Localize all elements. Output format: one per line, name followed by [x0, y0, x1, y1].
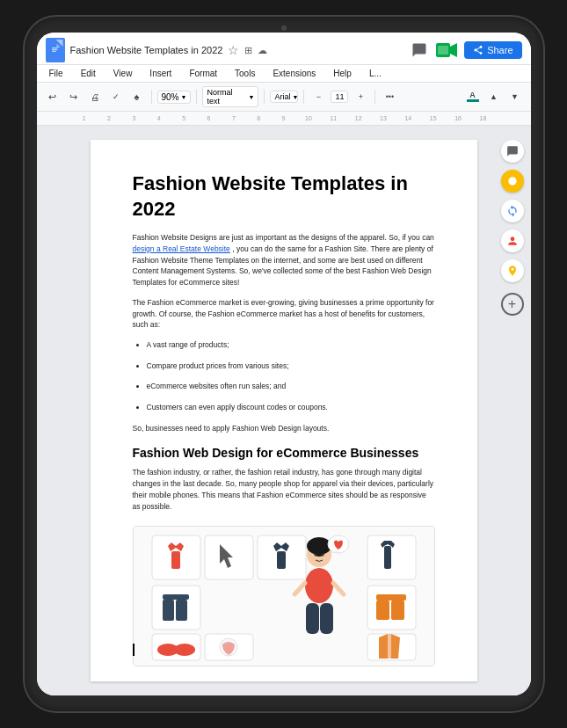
section-2-title: Fashion Web Design for eCommerce Busines… — [133, 446, 435, 460]
menu-view[interactable]: View — [110, 67, 136, 80]
fontsize-value: 11 — [335, 92, 344, 101]
ruler-mark: 1 — [72, 115, 97, 121]
svg-rect-34 — [376, 594, 406, 601]
svg-point-7 — [508, 177, 516, 185]
comment-icon[interactable] — [408, 39, 431, 62]
font-increase-button[interactable]: + — [352, 88, 369, 106]
after-bullets-text: So, businesses need to apply Fashion Web… — [133, 423, 435, 434]
more-options-button[interactable]: ••• — [381, 88, 398, 106]
svg-rect-36 — [391, 601, 404, 620]
svg-rect-10 — [171, 551, 180, 569]
svg-rect-43 — [388, 634, 391, 659]
meet-icon[interactable] — [436, 41, 459, 59]
text-color-button[interactable]: A — [464, 88, 482, 106]
svg-rect-2 — [52, 49, 57, 50]
text-cursor — [133, 644, 134, 656]
menu-more[interactable]: L... — [366, 67, 385, 80]
section-2-body: The fashion industry, or rather, the fas… — [133, 467, 435, 512]
style-selector[interactable]: Normal text ▼ — [202, 86, 258, 107]
redo-button[interactable]: ↪ — [65, 88, 83, 106]
chevron-down-icon[interactable]: ▼ — [506, 88, 524, 106]
svg-rect-32 — [384, 546, 391, 569]
svg-rect-3 — [52, 51, 56, 52]
sidebar-yellow-icon[interactable] — [501, 170, 524, 193]
ruler-mark: 5 — [171, 115, 196, 121]
svg-rect-0 — [50, 44, 60, 56]
bullet-list: A vast range of products; Compare produc… — [147, 339, 435, 413]
svg-marker-5 — [450, 43, 457, 57]
ruler-mark: 7 — [222, 115, 246, 121]
ruler-mark: 2 — [97, 115, 121, 121]
menu-format[interactable]: Format — [185, 67, 221, 80]
ruler-mark: 16 — [446, 115, 470, 121]
share-label: Share — [487, 45, 512, 55]
svg-rect-16 — [163, 594, 189, 600]
tablet-frame: Fashion Website Templates in 2022 ☆ ⊞ ☁ — [25, 17, 543, 711]
svg-rect-14 — [277, 551, 286, 569]
svg-rect-35 — [376, 601, 389, 620]
page-illustration — [133, 526, 435, 666]
ruler-mark: 15 — [421, 115, 446, 121]
print-button[interactable]: 🖨 — [86, 88, 104, 106]
cloud-icon[interactable]: ☁ — [258, 45, 267, 56]
title-bar-left: Fashion Website Templates in 2022 ☆ ⊞ ☁ — [46, 38, 268, 62]
font-selector[interactable]: Arial ▼ — [270, 91, 298, 103]
zoom-value: 90% — [162, 92, 179, 102]
share-button[interactable]: Share — [464, 41, 521, 59]
grid-icon[interactable]: ⊞ — [244, 45, 252, 56]
menu-file[interactable]: File — [46, 67, 67, 80]
toolbar-divider-5 — [374, 90, 375, 104]
svg-point-28 — [321, 553, 323, 556]
docs-app-icon — [46, 38, 65, 62]
zoom-selector[interactable]: 90% ▼ — [157, 91, 192, 104]
font-arrow: ▼ — [292, 94, 298, 100]
document-title: Fashion Website Templates in 2022 — [70, 45, 223, 55]
zoom-arrow: ▼ — [181, 94, 187, 100]
chevron-up-icon[interactable]: ▲ — [485, 88, 503, 106]
svg-rect-21 — [306, 603, 319, 634]
menu-help[interactable]: Help — [330, 67, 355, 80]
ruler-mark: 13 — [371, 115, 396, 121]
sidebar-comment-icon[interactable] — [501, 140, 524, 163]
undo-button[interactable]: ↩ — [44, 88, 62, 106]
menu-extensions[interactable]: Extensions — [269, 67, 319, 80]
intro-paragraph: Fashion Website Designs are just as impo… — [133, 232, 435, 288]
menu-edit[interactable]: Edit — [77, 67, 99, 80]
sidebar-person-icon[interactable] — [501, 229, 524, 252]
menu-insert[interactable]: Insert — [146, 67, 175, 80]
svg-point-20 — [305, 568, 333, 603]
toolbar-divider-1 — [151, 90, 152, 104]
font-value: Arial — [274, 92, 290, 101]
bullet-3: eCommerce websites often run sales; and — [147, 381, 435, 393]
bullet-1: A vast range of products; — [147, 339, 435, 352]
paragraph-2: The Fashion eCommerce market is ever-gro… — [133, 297, 435, 331]
ruler-marks: 1 2 3 4 5 6 7 8 9 10 11 12 13 14 15 16 1… — [72, 115, 496, 121]
intro-text-1: Fashion Website Designs are just as impo… — [133, 233, 434, 242]
paint-button[interactable]: ♠ — [128, 88, 146, 106]
document-page: Fashion Website Templates in 2022 Fashio… — [91, 140, 477, 681]
bullet-2: Compare product prices from various site… — [147, 360, 435, 373]
star-icon[interactable]: ☆ — [228, 43, 239, 57]
sidebar-sync-icon[interactable] — [501, 200, 524, 222]
font-decrease-button[interactable]: − — [309, 88, 327, 106]
svg-rect-17 — [163, 600, 174, 621]
intro-link[interactable]: design a Real Estate Website — [133, 244, 230, 253]
svg-rect-22 — [320, 603, 333, 634]
ruler-mark: 11 — [321, 115, 345, 121]
content-area[interactable]: + Fashion Website Templates in 2022 Fash… — [37, 126, 531, 695]
sidebar-add-button[interactable]: + — [501, 293, 524, 316]
ruler-mark: 9 — [271, 115, 295, 121]
menu-bar: File Edit View Insert Format Tools Exten… — [37, 65, 531, 83]
style-arrow: ▼ — [249, 94, 255, 100]
sidebar-location-icon[interactable] — [501, 259, 524, 282]
ruler-mark: 4 — [147, 115, 171, 121]
ruler: 1 2 3 4 5 6 7 8 9 10 11 12 13 14 15 16 1… — [37, 112, 531, 126]
svg-point-39 — [174, 644, 195, 656]
page-title: Fashion Website Templates in 2022 — [133, 171, 435, 222]
spell-button[interactable]: ✓ — [107, 88, 125, 106]
style-value: Normal text — [207, 88, 246, 106]
menu-tools[interactable]: Tools — [231, 67, 258, 80]
svg-rect-6 — [438, 46, 448, 55]
fontsize-selector[interactable]: 11 — [331, 91, 348, 103]
illustration-inner — [134, 527, 434, 666]
